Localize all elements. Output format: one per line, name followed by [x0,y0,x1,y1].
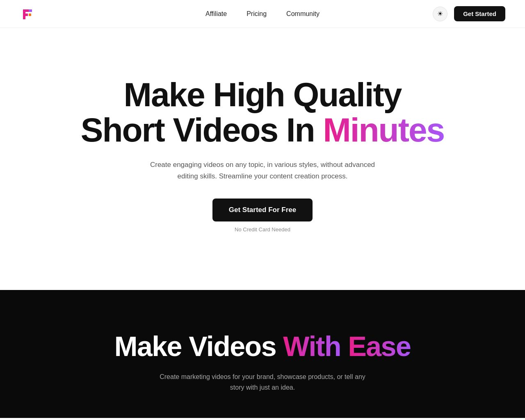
nav-link-affiliate[interactable]: Affiliate [205,10,227,18]
dark-title-with: With [283,331,341,362]
hero-section: Make High Quality Short Videos In Minute… [0,28,525,290]
nav-link-pricing[interactable]: Pricing [247,10,267,18]
navbar: Affiliate Pricing Community ☀ Get Starte… [0,0,525,28]
hero-cta-button[interactable]: Get Started For Free [212,199,313,221]
dark-section-title: Make Videos With Ease [20,331,505,362]
hero-title-line1: Make High Quality [124,76,402,113]
dark-title-plain: Make Videos [114,331,283,362]
hero-cta-group: Get Started For Free No Credit Card Need… [212,199,313,233]
nav-get-started-button[interactable]: Get Started [454,6,505,21]
theme-toggle-button[interactable]: ☀ [433,7,447,21]
hero-title-gradient: Minutes [323,111,444,148]
hero-title-line2-plain: Short Videos In [81,111,323,148]
no-credit-card-text: No Credit Card Needed [235,226,290,233]
hero-subtitle: Create engaging videos on any topic, in … [148,159,377,182]
sun-icon: ☀ [437,10,443,18]
nav-link-community[interactable]: Community [286,10,320,18]
nav-actions: ☀ Get Started [433,6,505,21]
dark-title-space [341,331,348,362]
dark-section-subtitle: Create marketing videos for your brand, … [156,372,369,393]
dark-title-ease: Ease [348,331,411,362]
dark-section: Make Videos With Ease Create marketing v… [0,290,525,418]
nav-logo[interactable] [20,6,35,22]
hero-title: Make High Quality Short Videos In Minute… [81,77,444,148]
logo-icon [20,6,35,22]
nav-links: Affiliate Pricing Community [205,10,320,18]
